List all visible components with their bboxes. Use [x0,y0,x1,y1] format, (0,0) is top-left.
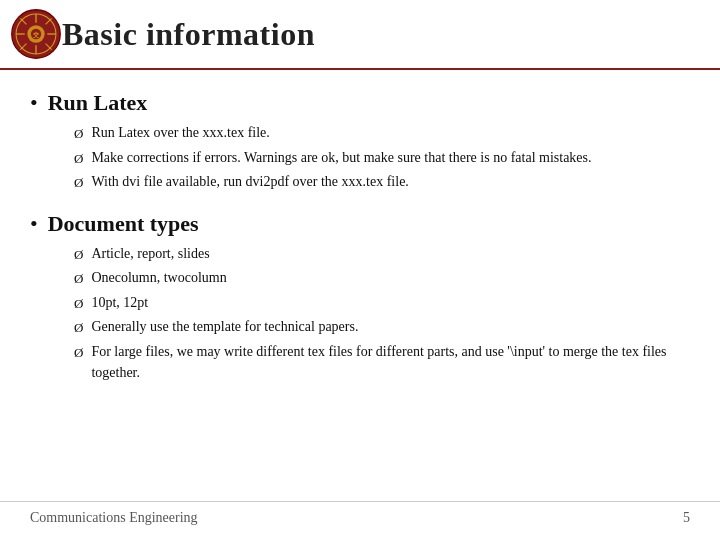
item-text: 10pt, 12pt [91,292,690,313]
item-text: For large files, we may write different … [91,341,690,383]
section-title-document-types: Document types [48,211,199,237]
page-header: 交 Basic information [0,0,720,70]
footer-left: Communications Engineering [30,510,198,526]
arrow-icon: Ø [74,245,83,265]
item-text: With dvi file available, run dvi2pdf ove… [91,171,690,192]
arrow-icon: Ø [74,124,83,144]
item-text: Article, report, slides [91,243,690,264]
arrow-icon: Ø [74,343,83,363]
list-item: Ø For large files, we may write differen… [74,341,690,383]
list-item: Ø Make corrections if errors. Warnings a… [74,147,690,169]
section-run-latex: • Run Latex Ø Run Latex over the xxx.tex… [30,90,690,193]
list-item: Ø Generally use the template for technic… [74,316,690,338]
list-item: Ø Run Latex over the xxx.tex file. [74,122,690,144]
sub-items-document-types: Ø Article, report, slides Ø Onecolumn, t… [30,243,690,383]
list-item: Ø 10pt, 12pt [74,292,690,314]
bullet-icon-1: • [30,92,38,114]
arrow-icon: Ø [74,173,83,193]
list-item: Ø Article, report, slides [74,243,690,265]
list-item: Ø With dvi file available, run dvi2pdf o… [74,171,690,193]
section-title-run-latex: Run Latex [48,90,148,116]
item-text: Onecolumn, twocolumn [91,267,690,288]
bullet-icon-2: • [30,213,38,235]
page-footer: Communications Engineering 5 [0,501,720,526]
main-content: • Run Latex Ø Run Latex over the xxx.tex… [0,70,720,411]
arrow-icon: Ø [74,294,83,314]
page-title: Basic information [62,16,315,53]
arrow-icon: Ø [74,149,83,169]
footer-page-number: 5 [683,510,690,526]
item-text: Make corrections if errors. Warnings are… [91,147,690,168]
item-text: Generally use the template for technical… [91,316,690,337]
svg-text:交: 交 [33,31,40,38]
university-logo: 交 [10,8,62,60]
arrow-icon: Ø [74,318,83,338]
list-item: Ø Onecolumn, twocolumn [74,267,690,289]
section-heading-run-latex: • Run Latex [30,90,690,116]
sub-items-run-latex: Ø Run Latex over the xxx.tex file. Ø Mak… [30,122,690,193]
arrow-icon: Ø [74,269,83,289]
item-text: Run Latex over the xxx.tex file. [91,122,690,143]
section-heading-document-types: • Document types [30,211,690,237]
section-document-types: • Document types Ø Article, report, slid… [30,211,690,383]
